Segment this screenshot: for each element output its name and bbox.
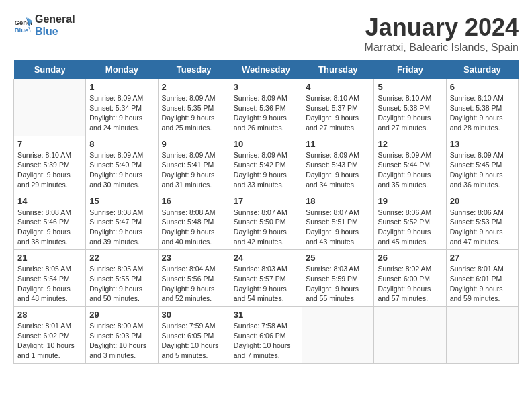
calendar-cell: 24Sunrise: 8:03 AMSunset: 5:57 PMDayligh… [230, 250, 302, 307]
svg-text:Blue: Blue [15, 27, 28, 34]
calendar-cell: 26Sunrise: 8:02 AMSunset: 6:00 PMDayligh… [374, 250, 446, 307]
day-number: 21 [17, 253, 82, 263]
day-header-saturday: Saturday [446, 60, 518, 79]
calendar-cell: 23Sunrise: 8:04 AMSunset: 5:56 PMDayligh… [158, 250, 230, 307]
day-info: Sunrise: 8:09 AMSunset: 5:44 PMDaylight:… [378, 150, 442, 190]
calendar-cell: 27Sunrise: 8:01 AMSunset: 6:01 PMDayligh… [446, 250, 518, 307]
calendar-cell: 25Sunrise: 8:03 AMSunset: 5:59 PMDayligh… [302, 250, 374, 307]
day-number: 16 [162, 196, 226, 206]
calendar-cell [374, 307, 446, 364]
day-info: Sunrise: 8:10 AMSunset: 5:37 PMDaylight:… [306, 93, 370, 133]
calendar-cell: 17Sunrise: 8:07 AMSunset: 5:50 PMDayligh… [230, 193, 302, 250]
day-info: Sunrise: 8:01 AMSunset: 6:01 PMDaylight:… [450, 264, 515, 304]
calendar-cell: 21Sunrise: 8:05 AMSunset: 5:54 PMDayligh… [14, 250, 86, 307]
calendar-cell [302, 307, 374, 364]
days-header-row: SundayMondayTuesdayWednesdayThursdayFrid… [14, 60, 519, 79]
day-number: 7 [17, 139, 82, 149]
day-info: Sunrise: 8:06 AMSunset: 5:53 PMDaylight:… [450, 208, 515, 247]
logo-icon: General Blue [13, 16, 32, 35]
day-number: 2 [162, 82, 226, 92]
day-number: 23 [162, 253, 226, 263]
day-number: 9 [162, 139, 226, 149]
day-number: 29 [89, 310, 154, 320]
calendar-subtitle: Marratxi, Balearic Islands, Spain [365, 42, 519, 54]
calendar-cell: 7Sunrise: 8:10 AMSunset: 5:39 PMDaylight… [14, 136, 86, 193]
calendar-cell: 3Sunrise: 8:09 AMSunset: 5:36 PMDaylight… [230, 79, 302, 136]
day-number: 22 [89, 253, 154, 263]
day-info: Sunrise: 8:10 AMSunset: 5:38 PMDaylight:… [450, 93, 515, 133]
calendar-cell: 13Sunrise: 8:09 AMSunset: 5:45 PMDayligh… [446, 136, 518, 193]
week-row-4: 21Sunrise: 8:05 AMSunset: 5:54 PMDayligh… [14, 250, 519, 307]
calendar-cell: 19Sunrise: 8:06 AMSunset: 5:52 PMDayligh… [374, 193, 446, 250]
day-number: 15 [89, 196, 154, 206]
day-info: Sunrise: 8:09 AMSunset: 5:35 PMDaylight:… [162, 93, 226, 133]
day-info: Sunrise: 8:08 AMSunset: 5:48 PMDaylight:… [162, 208, 226, 247]
day-info: Sunrise: 8:03 AMSunset: 5:57 PMDaylight:… [234, 264, 298, 304]
day-header-thursday: Thursday [302, 60, 374, 79]
week-row-5: 28Sunrise: 8:01 AMSunset: 6:02 PMDayligh… [14, 307, 519, 364]
calendar-cell: 4Sunrise: 8:10 AMSunset: 5:37 PMDaylight… [302, 79, 374, 136]
day-info: Sunrise: 8:10 AMSunset: 5:38 PMDaylight:… [378, 93, 442, 133]
day-info: Sunrise: 8:05 AMSunset: 5:55 PMDaylight:… [89, 264, 154, 304]
day-info: Sunrise: 8:09 AMSunset: 5:42 PMDaylight:… [234, 150, 298, 190]
calendar-cell: 30Sunrise: 7:59 AMSunset: 6:05 PMDayligh… [158, 307, 230, 364]
day-info: Sunrise: 8:08 AMSunset: 5:46 PMDaylight:… [17, 208, 82, 247]
logo-text-blue: Blue [35, 26, 75, 38]
day-number: 20 [450, 196, 515, 206]
day-info: Sunrise: 8:09 AMSunset: 5:40 PMDaylight:… [89, 150, 154, 190]
day-info: Sunrise: 8:09 AMSunset: 5:36 PMDaylight:… [234, 93, 298, 133]
day-number: 14 [17, 196, 82, 206]
day-number: 30 [162, 310, 226, 320]
day-info: Sunrise: 8:08 AMSunset: 5:47 PMDaylight:… [89, 208, 154, 247]
day-info: Sunrise: 8:09 AMSunset: 5:41 PMDaylight:… [162, 150, 226, 190]
day-number: 12 [378, 139, 442, 149]
day-number: 25 [306, 253, 370, 263]
day-number: 5 [378, 82, 442, 92]
day-number: 13 [450, 139, 515, 149]
logo: General Blue General Blue [13, 13, 75, 37]
day-number: 4 [306, 82, 370, 92]
calendar-cell: 12Sunrise: 8:09 AMSunset: 5:44 PMDayligh… [374, 136, 446, 193]
day-header-sunday: Sunday [14, 60, 86, 79]
day-number: 28 [17, 310, 82, 320]
day-header-friday: Friday [374, 60, 446, 79]
calendar-cell: 20Sunrise: 8:06 AMSunset: 5:53 PMDayligh… [446, 193, 518, 250]
calendar-table: SundayMondayTuesdayWednesdayThursdayFrid… [13, 60, 519, 364]
day-number: 17 [234, 196, 298, 206]
calendar-cell: 8Sunrise: 8:09 AMSunset: 5:40 PMDaylight… [86, 136, 158, 193]
day-info: Sunrise: 7:58 AMSunset: 6:06 PMDaylight:… [234, 321, 298, 361]
page-header: General Blue General Blue January 2024 M… [13, 13, 519, 54]
calendar-cell: 16Sunrise: 8:08 AMSunset: 5:48 PMDayligh… [158, 193, 230, 250]
day-number: 31 [234, 310, 298, 320]
day-info: Sunrise: 8:03 AMSunset: 5:59 PMDaylight:… [306, 264, 370, 304]
calendar-cell [14, 79, 86, 136]
day-number: 11 [306, 139, 370, 149]
calendar-title: January 2024 [365, 13, 519, 42]
day-number: 18 [306, 196, 370, 206]
day-number: 27 [450, 253, 515, 263]
title-section: January 2024 Marratxi, Balearic Islands,… [365, 13, 519, 54]
day-info: Sunrise: 8:06 AMSunset: 5:52 PMDaylight:… [378, 208, 442, 247]
calendar-cell: 22Sunrise: 8:05 AMSunset: 5:55 PMDayligh… [86, 250, 158, 307]
day-header-wednesday: Wednesday [230, 60, 302, 79]
calendar-cell: 29Sunrise: 8:00 AMSunset: 6:03 PMDayligh… [86, 307, 158, 364]
calendar-cell: 18Sunrise: 8:07 AMSunset: 5:51 PMDayligh… [302, 193, 374, 250]
calendar-cell [446, 307, 518, 364]
day-info: Sunrise: 8:07 AMSunset: 5:51 PMDaylight:… [306, 208, 370, 247]
calendar-cell: 10Sunrise: 8:09 AMSunset: 5:42 PMDayligh… [230, 136, 302, 193]
day-header-tuesday: Tuesday [158, 60, 230, 79]
day-number: 26 [378, 253, 442, 263]
day-info: Sunrise: 8:04 AMSunset: 5:56 PMDaylight:… [162, 264, 226, 304]
day-info: Sunrise: 8:07 AMSunset: 5:50 PMDaylight:… [234, 208, 298, 247]
calendar-cell: 15Sunrise: 8:08 AMSunset: 5:47 PMDayligh… [86, 193, 158, 250]
day-number: 19 [378, 196, 442, 206]
week-row-3: 14Sunrise: 8:08 AMSunset: 5:46 PMDayligh… [14, 193, 519, 250]
day-info: Sunrise: 8:09 AMSunset: 5:43 PMDaylight:… [306, 150, 370, 190]
calendar-cell: 2Sunrise: 8:09 AMSunset: 5:35 PMDaylight… [158, 79, 230, 136]
day-number: 6 [450, 82, 515, 92]
calendar-cell: 31Sunrise: 7:58 AMSunset: 6:06 PMDayligh… [230, 307, 302, 364]
calendar-cell: 6Sunrise: 8:10 AMSunset: 5:38 PMDaylight… [446, 79, 518, 136]
day-info: Sunrise: 7:59 AMSunset: 6:05 PMDaylight:… [162, 321, 226, 361]
day-info: Sunrise: 8:09 AMSunset: 5:34 PMDaylight:… [89, 93, 154, 133]
calendar-cell: 14Sunrise: 8:08 AMSunset: 5:46 PMDayligh… [14, 193, 86, 250]
